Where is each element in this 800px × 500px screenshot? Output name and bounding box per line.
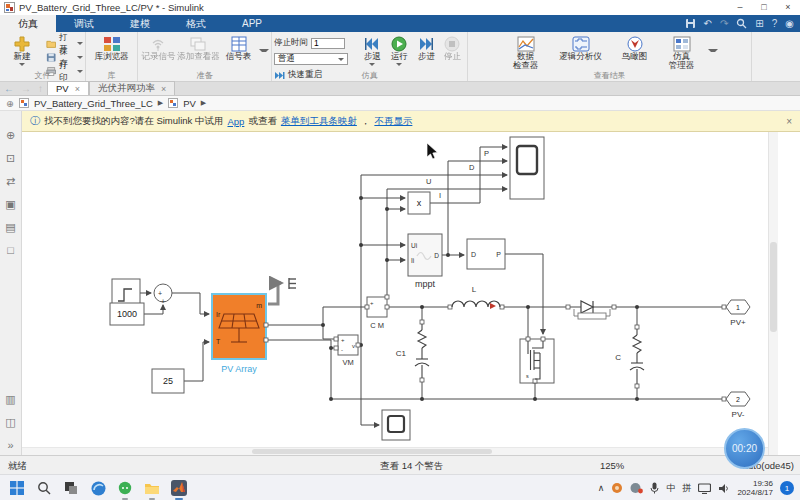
tab-close-icon[interactable]: × xyxy=(75,84,80,94)
temperature-constant-block[interactable]: 25 xyxy=(152,369,184,393)
c1-branch-block[interactable]: C1 xyxy=(396,320,429,382)
nav-back-icon[interactable]: ← xyxy=(4,83,14,94)
close-button[interactable]: × xyxy=(776,0,800,15)
menu-map-link[interactable]: 菜单到工具条映射 xyxy=(281,115,357,128)
tray-sync-icon[interactable] xyxy=(630,482,643,494)
notification-close-icon[interactable]: × xyxy=(786,116,792,127)
step-back-button[interactable]: 步退 xyxy=(359,34,386,71)
nav-up-icon[interactable]: ↑ xyxy=(38,83,43,94)
horizontal-scrollbar[interactable] xyxy=(22,447,768,455)
ime-language-indicator[interactable]: 中 xyxy=(666,482,675,495)
viewmark-icon[interactable]: ▤ xyxy=(5,221,15,234)
sum-block[interactable]: + + xyxy=(154,284,172,305)
current-measurement-block[interactable]: + C M xyxy=(365,295,389,330)
notification-center-badge[interactable]: 1 xyxy=(780,481,794,495)
app-link[interactable]: App xyxy=(227,116,244,127)
vertical-scrollbar[interactable] xyxy=(768,132,778,455)
new-button[interactable]: 新建 xyxy=(2,34,42,71)
scope-block[interactable] xyxy=(510,137,544,199)
palette-more-icon[interactable]: » xyxy=(7,439,13,451)
start-button[interactable] xyxy=(8,479,26,497)
minimize-button[interactable]: – xyxy=(728,0,752,15)
library-group-label: 库 xyxy=(86,70,137,81)
horizontal-scrollbar-thumb[interactable] xyxy=(252,449,492,454)
model-browser-icon[interactable]: ▥ xyxy=(5,393,15,406)
svg-text:D: D xyxy=(469,163,475,172)
inductor-block[interactable]: L xyxy=(448,285,504,309)
signal-routing-icon[interactable]: ⇄ xyxy=(6,175,15,188)
breadcrumb-home-icon[interactable]: ⊕ xyxy=(6,98,14,109)
breadcrumb-current[interactable]: PV xyxy=(183,98,196,109)
new-caret[interactable] xyxy=(19,63,25,69)
voltage-measurement-block[interactable]: + - v VM xyxy=(334,335,360,367)
tab-apps[interactable]: APP xyxy=(224,15,280,32)
add-viewer-icon xyxy=(189,36,207,52)
pv-array-block[interactable]: Ir T m PV Array xyxy=(212,294,268,374)
data-dictionary-icon[interactable]: ◫ xyxy=(5,416,15,429)
birds-eye-button[interactable]: 鸟瞰图 xyxy=(612,34,658,71)
run-button[interactable]: 运行 xyxy=(386,34,413,71)
status-zoom-level[interactable]: 125% xyxy=(600,460,624,471)
diode-block[interactable] xyxy=(566,301,616,319)
tab-debug[interactable]: 调试 xyxy=(56,15,112,32)
speaker-icon[interactable] xyxy=(718,483,730,494)
clock[interactable]: 19:36 2024/8/17 xyxy=(737,479,773,497)
task-view-button[interactable] xyxy=(62,479,80,497)
status-warnings-link[interactable]: 查看 14 个警告 xyxy=(380,460,443,473)
scope-block[interactable] xyxy=(382,410,410,440)
prepare-more-caret[interactable] xyxy=(259,49,269,59)
library-browser-button[interactable]: 库浏览器 xyxy=(88,34,135,71)
tab-modeling[interactable]: 建模 xyxy=(112,15,168,32)
annotation-icon[interactable]: ▣ xyxy=(5,198,15,211)
messenger-button[interactable] xyxy=(116,479,134,497)
logic-analyzer-button[interactable]: 逻辑分析仪 xyxy=(550,34,612,71)
layout-icon[interactable]: ⊞ xyxy=(755,18,763,29)
data-inspector-button[interactable]: 数据 检查器 xyxy=(502,34,550,71)
ime-pinyin-indicator[interactable]: 拼 xyxy=(682,482,691,495)
undo-icon[interactable]: ↶ xyxy=(704,18,712,29)
file-explorer-button[interactable] xyxy=(143,479,161,497)
tab-simulation[interactable]: 仿真 xyxy=(0,15,56,32)
redo-icon[interactable]: ↷ xyxy=(720,18,728,29)
stop-time-input[interactable] xyxy=(311,38,345,49)
c-branch-block[interactable]: C xyxy=(615,325,644,388)
nav-forward-icon[interactable]: → xyxy=(21,83,31,94)
pv-plus-port[interactable]: 1 PV+ xyxy=(722,300,750,327)
tray-expand-icon[interactable]: ∧ xyxy=(598,483,605,493)
maximize-button[interactable]: □ xyxy=(752,0,776,15)
mppt-block[interactable]: Ui Ii D mppt xyxy=(408,234,442,289)
model-canvas[interactable]: + + 1000 25 Ir T m PV Array + C M xyxy=(22,132,768,447)
doc-tab-grid-power[interactable]: 光伏并网功率× xyxy=(89,81,175,95)
tray-app-icon[interactable] xyxy=(611,482,623,494)
help-icon[interactable]: ? xyxy=(772,18,778,29)
microphone-icon[interactable] xyxy=(650,482,659,494)
step-forward-button[interactable]: 步进 xyxy=(413,34,440,71)
record-icon[interactable]: ◉ xyxy=(785,18,794,29)
mosfet-block[interactable]: s xyxy=(520,337,554,383)
save-icon[interactable] xyxy=(685,18,696,29)
sim-manager-button[interactable]: 仿真 管理器 xyxy=(658,34,706,71)
signal-table-button[interactable]: 信号表 xyxy=(220,34,257,71)
simulation-mode-dropdown[interactable]: 普通 xyxy=(274,53,348,65)
zoom-icon[interactable]: ⊕ xyxy=(6,129,15,142)
search-icon[interactable] xyxy=(736,18,747,29)
subsystem-icon[interactable]: □ xyxy=(7,244,14,256)
tab-format[interactable]: 格式 xyxy=(168,15,224,32)
irradiance-constant-block[interactable]: 1000 xyxy=(110,303,144,325)
results-more-caret[interactable] xyxy=(708,49,718,59)
browser-button[interactable] xyxy=(89,479,107,497)
pwm-generator-block[interactable]: D P xyxy=(467,239,505,269)
recording-timer-overlay[interactable]: 00:20 xyxy=(724,428,765,469)
breadcrumb-root[interactable]: PV_Battery_Grid_Three_LC xyxy=(34,98,153,109)
tab-close-icon[interactable]: × xyxy=(161,84,166,94)
pv-plus-label: PV+ xyxy=(730,318,746,327)
dismiss-link[interactable]: 不再显示 xyxy=(374,115,412,128)
matlab-button[interactable] xyxy=(170,479,188,497)
doc-tab-pv[interactable]: PV× xyxy=(47,81,89,95)
pv-minus-port[interactable]: 2 PV- xyxy=(722,392,750,419)
network-display-icon[interactable] xyxy=(698,483,711,494)
fit-view-icon[interactable]: ⊡ xyxy=(6,152,15,165)
vertical-scrollbar-thumb[interactable] xyxy=(770,242,777,332)
product-block[interactable]: x xyxy=(408,192,430,214)
taskbar-search-button[interactable] xyxy=(35,479,53,497)
